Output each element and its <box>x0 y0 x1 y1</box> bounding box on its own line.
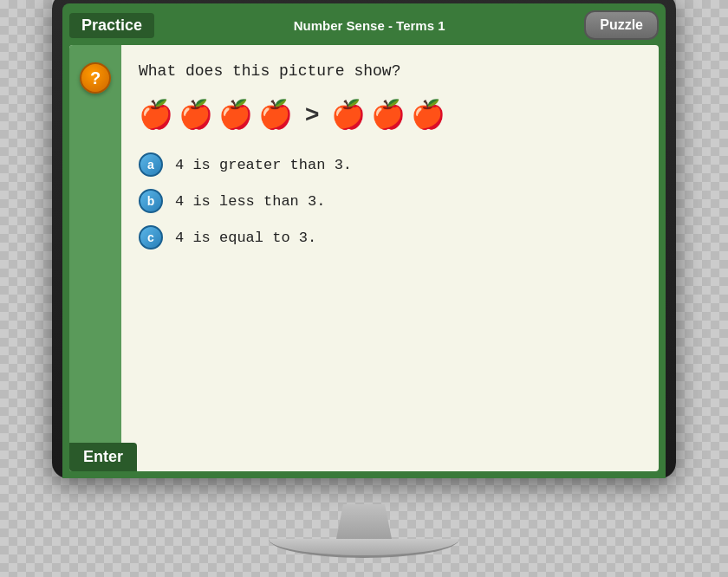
option-b[interactable]: b 4 is less than 3. <box>139 189 633 213</box>
monitor-base <box>269 539 459 558</box>
options-list: a 4 is greater than 3. b 4 is less than … <box>139 152 633 250</box>
monitor: Practice Number Sense - Terms 1 Puzzle ?… <box>52 0 676 478</box>
help-button[interactable]: ? <box>80 62 111 94</box>
option-c-text: 4 is equal to 3. <box>175 230 316 246</box>
apple-4: 🍎 <box>258 100 293 128</box>
option-c[interactable]: c 4 is equal to 3. <box>139 225 633 250</box>
option-b-bubble: b <box>139 189 163 213</box>
apple-3: 🍎 <box>218 100 253 128</box>
question-text: What does this picture show? <box>139 62 633 80</box>
comparison-symbol: > <box>305 100 319 128</box>
left-panel: ? <box>69 45 121 471</box>
apple-6: 🍎 <box>371 100 406 128</box>
apple-5: 🍎 <box>331 100 366 128</box>
option-c-bubble: c <box>139 225 163 250</box>
puzzle-button[interactable]: Puzzle <box>584 10 659 40</box>
main-area: What does this picture show? 🍎 🍎 🍎 🍎 > 🍎… <box>121 45 659 471</box>
apple-2: 🍎 <box>179 100 213 128</box>
screen-title: Number Sense - Terms 1 <box>154 18 584 33</box>
apple-7: 🍎 <box>411 100 445 128</box>
screen-header: Practice Number Sense - Terms 1 Puzzle <box>69 10 659 40</box>
option-a[interactable]: a 4 is greater than 3. <box>139 152 633 177</box>
option-a-bubble: a <box>139 152 163 177</box>
screen-bezel: Practice Number Sense - Terms 1 Puzzle ?… <box>62 3 666 478</box>
apple-1: 🍎 <box>139 100 173 128</box>
enter-button[interactable]: Enter <box>69 443 137 471</box>
apple-comparison-row: 🍎 🍎 🍎 🍎 > 🍎 🍎 🍎 <box>139 100 633 128</box>
option-b-text: 4 is less than 3. <box>175 193 325 210</box>
option-a-text: 4 is greater than 3. <box>175 157 352 173</box>
monitor-stand-neck <box>329 504 399 539</box>
screen-content: ? What does this picture show? 🍎 🍎 🍎 🍎 >… <box>69 45 659 471</box>
practice-label: Practice <box>69 13 154 38</box>
